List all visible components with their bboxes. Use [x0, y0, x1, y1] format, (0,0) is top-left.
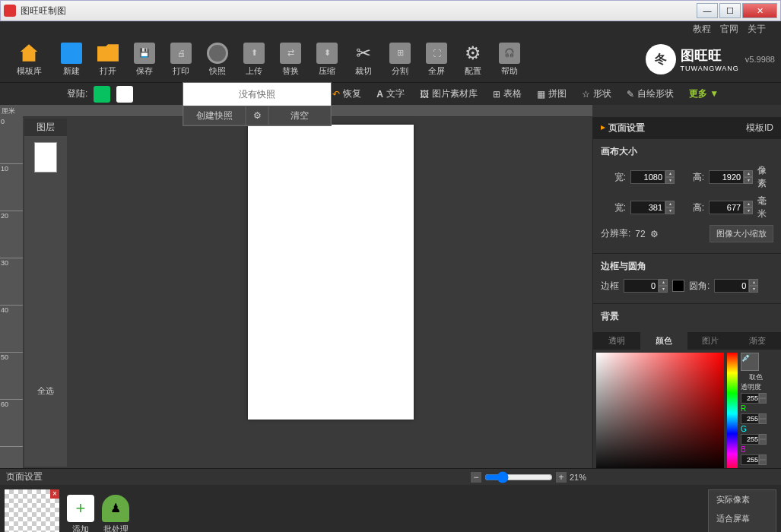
- shape-button[interactable]: ☆形状: [577, 86, 616, 102]
- open-button[interactable]: 打开: [91, 38, 125, 81]
- zoom-slider[interactable]: [484, 471, 553, 483]
- snapshot-empty-label: 没有快照: [183, 83, 331, 106]
- split-icon: ⊞: [389, 43, 411, 64]
- logo-en: TUWANGWANG: [681, 65, 739, 72]
- more-button[interactable]: 更多 ▼: [684, 86, 723, 102]
- save-icon: 💾: [134, 43, 155, 64]
- hue-slider[interactable]: [727, 353, 738, 468]
- delete-page-button[interactable]: ×: [50, 489, 59, 499]
- batch-button[interactable]: ♟ 批处理: [102, 489, 129, 532]
- add-page-button[interactable]: + 添加: [67, 489, 94, 532]
- ruler-vertical: 0 10 20 30 40 50 60: [0, 117, 23, 468]
- print-size-item[interactable]: 打印尺寸: [709, 528, 776, 532]
- border-label: 边框: [601, 280, 619, 293]
- mm-unit-label: 毫米: [757, 195, 773, 220]
- save-button[interactable]: 💾保存: [128, 38, 161, 81]
- minimize-button[interactable]: —: [697, 3, 718, 18]
- fit-screen-item[interactable]: 适合屏幕: [709, 509, 776, 528]
- new-icon: [61, 43, 82, 64]
- crop-button[interactable]: ✂裁切: [347, 38, 380, 81]
- maximize-button[interactable]: ☐: [719, 3, 741, 18]
- bg-section-header: 背景: [593, 304, 781, 326]
- bg-tab-gradient[interactable]: 渐变: [734, 332, 781, 350]
- bg-tab-transparent[interactable]: 透明: [593, 332, 640, 350]
- b-input[interactable]: [741, 454, 759, 465]
- workarea: 0 10 20 30 40 50 60 图层 全选 ▸ 页面设置 模板ID 画布…: [0, 117, 781, 468]
- split-button[interactable]: ⊞分割: [383, 38, 417, 81]
- g-input[interactable]: [741, 434, 759, 445]
- upload-button[interactable]: ⬆上传: [237, 38, 271, 81]
- upload-icon: ⬆: [243, 43, 265, 64]
- bg-tabs: 透明 颜色 图片 渐变: [593, 332, 781, 350]
- px-unit-label: 像素: [757, 164, 773, 190]
- footer-panel: × + 添加 ♟ 批处理 实际像素 适合屏幕 打印尺寸: [0, 485, 781, 532]
- restore-button[interactable]: ↶恢复: [328, 86, 366, 102]
- table-button[interactable]: ⊞表格: [488, 86, 526, 102]
- snapshot-button[interactable]: 快照: [201, 38, 234, 81]
- print-button[interactable]: 🖨打印: [164, 38, 198, 81]
- camera-icon: [207, 43, 228, 64]
- radius-input[interactable]: ▴▾: [714, 279, 758, 293]
- top-about[interactable]: 关于: [748, 23, 766, 36]
- logo-cn: 图旺旺: [681, 46, 739, 65]
- actual-pixels-item[interactable]: 实际像素: [709, 490, 776, 509]
- top-menu: 教程 官网 关于: [0, 21, 781, 36]
- compress-button[interactable]: ⬍压缩: [310, 38, 344, 81]
- print-icon: 🖨: [170, 43, 192, 64]
- template-lib-button[interactable]: 模板库: [6, 38, 52, 81]
- template-id-label[interactable]: 模板ID: [746, 122, 773, 135]
- top-tutorial[interactable]: 教程: [693, 23, 711, 36]
- canvas[interactable]: [248, 125, 414, 420]
- second-toolbar: 登陆: ↶恢复 A文字 🖼图片素材库 ⊞表格 ▦拼图 ☆形状 ✎自绘形状 更多 …: [0, 82, 781, 105]
- main-toolbar: 模板库 新建 打开 💾保存 🖨打印 快照 ⬆上传 ⇄替换 ⬍压缩 ✂裁切 ⊞分割…: [0, 36, 781, 82]
- logo-icon: 冬: [646, 44, 676, 74]
- width-mm-input[interactable]: ▴▾: [630, 201, 675, 214]
- snapshot-settings-button[interactable]: ⚙: [246, 106, 268, 125]
- bg-tab-image[interactable]: 图片: [687, 332, 735, 350]
- border-input[interactable]: ▴▾: [624, 279, 668, 293]
- border-color-swatch[interactable]: [672, 280, 684, 292]
- create-snapshot-button[interactable]: 创建快照: [183, 106, 246, 125]
- scale-image-button[interactable]: 图像大小缩放: [710, 225, 773, 242]
- r-input[interactable]: [741, 413, 759, 424]
- draw-shape-button[interactable]: ✎自绘形状: [622, 86, 678, 102]
- eyedropper-button[interactable]: 💉: [741, 353, 759, 371]
- width-px-input[interactable]: ▴▾: [630, 170, 675, 184]
- replace-icon: ⇄: [280, 43, 301, 64]
- zoom-context-menu: 实际像素 适合屏幕 打印尺寸: [708, 489, 776, 532]
- image-lib-button[interactable]: 🖼图片素材库: [415, 86, 482, 102]
- dpi-gear-icon[interactable]: ⚙: [650, 229, 659, 239]
- top-official[interactable]: 官网: [720, 23, 738, 36]
- snapshot-popup: 没有快照 创建快照 ⚙ 清空: [183, 82, 332, 126]
- page-thumb[interactable]: ×: [5, 489, 59, 532]
- height-label: 高:: [679, 171, 704, 184]
- new-button[interactable]: 新建: [55, 38, 88, 81]
- canvas-zone[interactable]: [68, 117, 592, 468]
- wechat-login-button[interactable]: [94, 86, 110, 103]
- dpi-value: 72: [635, 229, 645, 239]
- fullscreen-button[interactable]: ⛶全屏: [420, 38, 453, 81]
- opacity-input[interactable]: [741, 393, 759, 404]
- select-all-button[interactable]: 全选: [24, 385, 67, 397]
- layer-thumb[interactable]: [34, 142, 57, 173]
- text-button[interactable]: A文字: [372, 86, 409, 102]
- home-icon: [18, 43, 40, 64]
- replace-button[interactable]: ⇄替换: [274, 38, 307, 81]
- height-mm-input[interactable]: ▴▾: [709, 201, 753, 214]
- color-picker-canvas[interactable]: [596, 353, 724, 468]
- ruler-unit: 厘米: [0, 105, 23, 117]
- zoom-out-button[interactable]: −: [471, 472, 481, 483]
- open-icon: [97, 43, 119, 64]
- height-px-input[interactable]: ▴▾: [709, 170, 753, 184]
- bottom-bar: 页面设置 − + 21%: [0, 468, 781, 485]
- config-button[interactable]: ⚙配置: [456, 38, 490, 81]
- clear-snapshot-button[interactable]: 清空: [268, 106, 331, 125]
- fullscreen-icon: ⛶: [426, 43, 447, 64]
- help-button[interactable]: 🎧帮助: [493, 38, 526, 81]
- qq-login-button[interactable]: [116, 86, 133, 103]
- mosaic-button[interactable]: ▦拼图: [532, 86, 571, 102]
- zoom-in-button[interactable]: +: [556, 472, 567, 483]
- bottom-title: 页面设置: [6, 470, 471, 483]
- bg-tab-color[interactable]: 颜色: [640, 332, 687, 350]
- close-button[interactable]: ✕: [742, 3, 777, 18]
